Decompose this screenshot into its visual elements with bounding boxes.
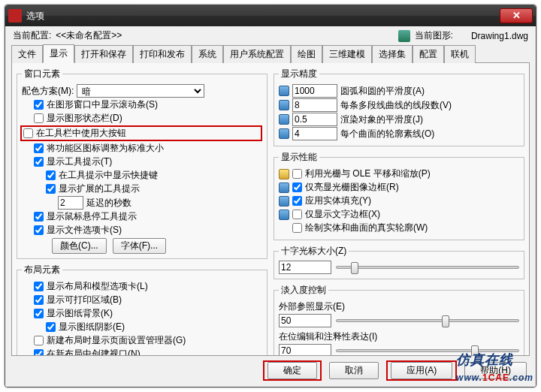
tab-3d[interactable]: 三维建模	[322, 45, 372, 63]
cb-statusbar-label: 显示图形状态栏(D)	[47, 112, 122, 125]
tab-user-prefs[interactable]: 用户系统配置	[223, 45, 291, 63]
arc-smooth-input[interactable]	[292, 84, 337, 98]
render-input[interactable]	[292, 113, 337, 126]
wm-b: 1CAE	[482, 372, 509, 383]
layout-elements-legend: 布局元素	[22, 264, 62, 276]
cb-ribbon-resize-label: 将功能区图标调整为标准大小	[47, 142, 164, 155]
ok-button[interactable]: 确定	[267, 362, 317, 379]
current-drawing-value: Drawing1.dwg	[471, 31, 528, 41]
cb-paper-shadow[interactable]	[46, 322, 56, 332]
cb-tooltips[interactable]	[34, 157, 44, 167]
arc-smooth-label: 圆弧和圆的平滑度(A)	[340, 85, 425, 98]
tab-drafting[interactable]: 绘图	[291, 45, 322, 63]
cb-silhouettes[interactable]	[292, 223, 302, 233]
cb-solid-fill-label: 应用实体填充(Y)	[305, 194, 371, 207]
cb-raster-ole-label: 利用光栅与 OLE 平移和缩放(P)	[305, 167, 431, 180]
cb-paper-bg[interactable]	[34, 309, 44, 318]
segs-label: 每条多段线曲线的线段数(V)	[340, 99, 452, 112]
fonts-button[interactable]: 字体(F)...	[113, 238, 166, 254]
segs-input[interactable]	[292, 98, 337, 112]
annot-label: 在位编辑和注释性表达(I)	[279, 330, 377, 343]
highlight-large-buttons: 在工具栏中使用大按钮	[20, 125, 262, 141]
apply-button[interactable]: 应用(A)	[391, 362, 452, 379]
cb-tooltips-label: 显示工具提示(T)	[47, 155, 112, 168]
delay-input[interactable]	[58, 196, 83, 210]
cb-ext-tooltips[interactable]	[46, 184, 56, 194]
tab-file[interactable]: 文件	[11, 45, 43, 63]
crosshair-slider[interactable]	[336, 266, 519, 269]
slider-thumb-icon[interactable]	[351, 262, 358, 274]
perf-icon-1	[279, 169, 289, 179]
cb-raster-frame-label: 仅亮显光栅图像边框(R)	[305, 181, 399, 194]
cb-large-buttons[interactable]	[23, 128, 33, 138]
cb-scrollbars-label: 在图形窗口中显示滚动条(S)	[47, 98, 158, 111]
xref-slider[interactable]	[336, 319, 519, 322]
annot-input[interactable]	[279, 344, 331, 356]
close-button[interactable]: ✕	[500, 8, 533, 23]
cb-ext-tooltips-label: 显示扩展的工具提示	[59, 182, 140, 195]
surf-label: 每个曲面的轮廓素线(O)	[340, 128, 434, 140]
cb-silhouettes-label: 绘制实体和曲面的真实轮廓(W)	[305, 222, 428, 234]
tab-system[interactable]: 系统	[192, 45, 223, 63]
cb-statusbar[interactable]	[34, 113, 44, 123]
cb-large-buttons-label: 在工具栏中使用大按钮	[36, 127, 126, 140]
cb-shortcuts[interactable]	[46, 170, 56, 180]
cb-rollover-label: 显示鼠标悬停工具提示	[47, 210, 137, 223]
dwg-icon-2	[279, 100, 289, 110]
xref-label: 外部参照显示(E)	[279, 300, 345, 313]
crosshair-legend: 十字光标大小(Z)	[279, 245, 349, 258]
crosshair-group: 十字光标大小(Z)	[274, 245, 524, 279]
slider-thumb-icon[interactable]	[442, 315, 449, 327]
watermark: 仿真在线 www.1CAE.com	[456, 351, 533, 384]
cb-create-viewport[interactable]	[34, 349, 44, 356]
tab-open-save[interactable]: 打开和保存	[74, 45, 133, 63]
dwg-icon-1	[279, 86, 289, 96]
surf-input[interactable]	[292, 127, 337, 140]
perf-icon-4	[279, 210, 289, 220]
cb-raster-frame[interactable]	[292, 182, 302, 192]
color-scheme-select[interactable]: 暗	[77, 84, 204, 98]
cb-print-area[interactable]	[34, 295, 44, 305]
cancel-button[interactable]: 取消	[329, 362, 379, 379]
cb-rollover[interactable]	[34, 212, 44, 222]
titlebar: 选项 ✕	[5, 5, 536, 26]
fade-control-group: 淡入度控制 外部参照显示(E) 在位编辑和注释性表达(I)	[274, 284, 524, 356]
display-panel: 窗口元素 配色方案(M): 暗 在图形窗口中显示滚动条(S) 显示图形状态栏(D…	[11, 62, 530, 356]
watermark-cn: 仿真	[456, 352, 485, 367]
cb-raster-ole[interactable]	[292, 169, 302, 179]
tab-online[interactable]: 联机	[444, 45, 476, 63]
cb-text-frame[interactable]	[292, 210, 302, 219]
cb-page-setup-mgr[interactable]	[34, 336, 44, 345]
cb-print-area-label: 显示可打印区域(B)	[47, 294, 122, 306]
app-icon	[8, 9, 22, 23]
cb-solid-fill[interactable]	[292, 196, 302, 206]
current-profile-label: 当前配置:	[13, 29, 51, 42]
cb-file-tabs[interactable]	[34, 225, 44, 235]
xref-input[interactable]	[279, 314, 331, 327]
tabs: 文件 显示 打开和保存 打印和发布 系统 用户系统配置 绘图 三维建模 选择集 …	[5, 44, 536, 62]
cb-scrollbars[interactable]	[34, 100, 44, 110]
cb-file-tabs-label: 显示文件选项卡(S)	[47, 224, 122, 237]
colors-button[interactable]: 颜色(C)...	[52, 238, 107, 254]
cb-shortcuts-label: 在工具提示中显示快捷键	[59, 169, 158, 182]
tab-plot[interactable]: 打印和发布	[133, 45, 192, 63]
wm-c: .com	[509, 372, 533, 383]
cb-ribbon-resize[interactable]	[34, 143, 44, 153]
cb-create-viewport-label: 在新布局中创建视口(N)	[47, 348, 141, 356]
tab-selection[interactable]: 选择集	[372, 45, 413, 63]
render-label: 渲染对象的平滑度(J)	[340, 113, 423, 126]
cb-layout-tabs[interactable]	[34, 282, 44, 291]
cb-paper-shadow-label: 显示图纸阴影(E)	[59, 321, 125, 333]
tab-display[interactable]: 显示	[43, 44, 74, 63]
cb-layout-tabs-label: 显示布局和模型选项卡(L)	[47, 280, 148, 293]
crosshair-input[interactable]	[279, 261, 331, 274]
window-elements-group: 窗口元素 配色方案(M): 暗 在图形窗口中显示滚动条(S) 显示图形状态栏(D…	[17, 68, 267, 259]
color-scheme-label: 配色方案(M):	[22, 85, 74, 98]
profile-row: 当前配置: <<未命名配置>> 当前图形: Drawing1.dwg	[5, 26, 536, 44]
display-performance-legend: 显示性能	[279, 151, 319, 164]
options-dialog: 选项 ✕ 当前配置: <<未命名配置>> 当前图形: Drawing1.dwg …	[5, 5, 536, 387]
tab-profiles[interactable]: 配置	[413, 45, 444, 63]
display-resolution-group: 显示精度 圆弧和圆的平滑度(A) 每条多段线曲线的线段数(V) 渲染对象的平滑度…	[274, 68, 524, 146]
cb-text-frame-label: 仅显示文字边框(X)	[305, 208, 380, 221]
drawing-icon	[398, 30, 410, 42]
